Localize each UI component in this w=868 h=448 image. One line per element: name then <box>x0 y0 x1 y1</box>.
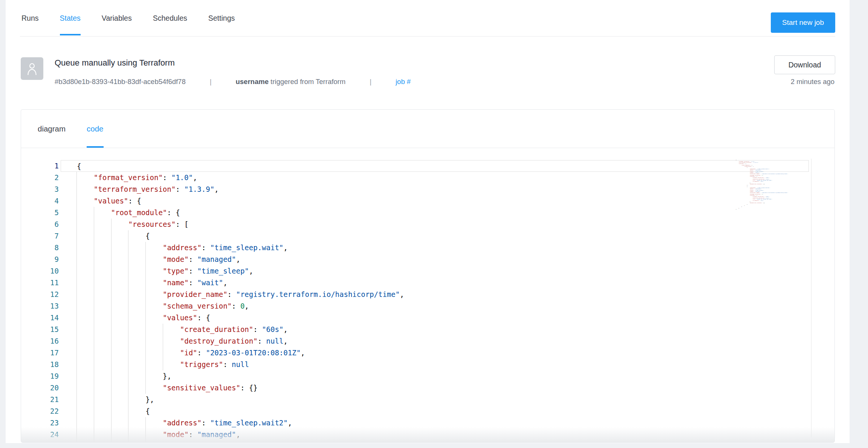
code-line: 5"root_module": { <box>21 207 834 219</box>
code-line: 18"triggers": null <box>21 359 834 370</box>
indent-guide <box>163 347 180 359</box>
indent-guide <box>94 300 111 312</box>
indent-guide <box>76 277 94 289</box>
code-line: 21}, <box>21 394 834 405</box>
code-line: 4"values": { <box>21 195 834 207</box>
start-new-job-button[interactable]: Start new job <box>771 12 835 33</box>
code-line: 9"mode": "managed", <box>21 254 834 265</box>
run-id: #b3d80e1b-8393-41bb-83df-aceb54f6df78 <box>55 78 186 86</box>
separator: | <box>370 78 371 86</box>
tab-schedules[interactable]: Schedules <box>153 0 187 36</box>
line-number: 16 <box>21 335 61 347</box>
indent-guide <box>94 382 111 394</box>
line-number: 9 <box>21 254 61 265</box>
indent-guide <box>76 300 94 312</box>
indent-guide <box>128 254 145 265</box>
indent-guide <box>76 242 94 254</box>
indent-guide <box>128 335 145 347</box>
indent-guide <box>94 324 111 335</box>
indent-guide <box>128 359 145 370</box>
indent-guide <box>163 335 180 347</box>
indent-guide <box>76 347 94 359</box>
indent-guide <box>111 382 128 394</box>
timestamp: 2 minutes ago <box>791 78 834 86</box>
indent-guide <box>94 207 111 219</box>
indent-guide <box>111 277 128 289</box>
line-number: 8 <box>21 242 61 254</box>
indent-guide <box>163 324 180 335</box>
tab-code[interactable]: code <box>87 110 103 148</box>
tab-states[interactable]: States <box>60 0 81 36</box>
tab-runs[interactable]: Runs <box>21 0 39 36</box>
code-line: 3"terraform_version": "1.3.9", <box>21 183 834 195</box>
line-number: 25 <box>21 440 61 443</box>
indent-guide <box>94 417 111 429</box>
code-line: 15"create_duration": "60s", <box>21 324 834 335</box>
code-line: 25"type": "time_sleep", <box>21 440 834 443</box>
line-number: 11 <box>21 277 61 289</box>
tab-variables[interactable]: Variables <box>102 0 132 36</box>
job-link[interactable]: job # <box>396 78 411 86</box>
code-line: 7{ <box>21 230 834 242</box>
indent-guide <box>76 359 94 370</box>
indent-guide <box>145 347 163 359</box>
indent-guide <box>111 359 128 370</box>
content-sheet: Runs States Variables Schedules Settings… <box>6 0 850 443</box>
indent-guide <box>128 417 145 429</box>
indent-guide <box>145 277 163 289</box>
line-number: 3 <box>21 183 61 195</box>
indent-guide <box>111 242 128 254</box>
indent-guide <box>76 254 94 265</box>
indent-guide <box>94 254 111 265</box>
indent-guide <box>145 324 163 335</box>
indent-guide <box>111 230 128 242</box>
indent-guide <box>145 429 163 440</box>
indent-guide <box>76 324 94 335</box>
line-number: 1 <box>21 160 61 172</box>
indent-guide <box>111 254 128 265</box>
code-line: } <box>736 209 790 210</box>
indent-guide <box>94 359 111 370</box>
run-subtitle: #b3d80e1b-8393-41bb-83df-aceb54f6df78|us… <box>55 78 411 86</box>
code-line: 6"resources": [ <box>21 219 834 230</box>
download-button[interactable]: Download <box>774 55 835 74</box>
indent-guide <box>111 440 128 443</box>
line-number: 2 <box>21 172 61 183</box>
line-number: 18 <box>21 359 61 370</box>
username: username <box>236 78 269 86</box>
indent-guide <box>128 230 145 242</box>
indent-guide <box>145 300 163 312</box>
indent-guide <box>76 195 94 207</box>
indent-guide <box>111 289 128 300</box>
indent-guide <box>128 300 145 312</box>
separator: | <box>210 78 212 86</box>
code-line: 22{ <box>21 405 834 417</box>
indent-guide <box>145 289 163 300</box>
indent-guide <box>94 312 111 324</box>
code-line: 13"schema_version": 0, <box>21 300 834 312</box>
code-lines: 1{2"format_version": "1.0",3"terraform_v… <box>21 148 834 443</box>
minimap[interactable]: {"format_version": "1.0","terraform_vers… <box>736 159 792 212</box>
top-nav: Runs States Variables Schedules Settings… <box>20 0 835 37</box>
indent-guide <box>111 394 128 405</box>
indent-guide <box>145 312 163 324</box>
state-viewer-card: diagram code 1{2"format_version": "1.0",… <box>21 109 835 443</box>
indent-guide <box>76 382 94 394</box>
indent-guide <box>145 417 163 429</box>
indent-guide <box>76 172 94 183</box>
indent-guide <box>76 219 94 230</box>
code-line: 8"address": "time_sleep.wait", <box>21 242 834 254</box>
line-number: 4 <box>21 195 61 207</box>
line-number: 5 <box>21 207 61 219</box>
indent-guide <box>111 335 128 347</box>
indent-guide <box>76 429 94 440</box>
indent-guide <box>111 312 128 324</box>
code-editor[interactable]: 1{2"format_version": "1.0",3"terraform_v… <box>21 148 834 443</box>
line-number: 13 <box>21 300 61 312</box>
indent-guide <box>76 394 94 405</box>
line-number: 17 <box>21 347 61 359</box>
indent-guide <box>94 394 111 405</box>
tab-diagram[interactable]: diagram <box>38 110 66 148</box>
indent-guide <box>76 265 94 277</box>
tab-settings[interactable]: Settings <box>208 0 235 36</box>
